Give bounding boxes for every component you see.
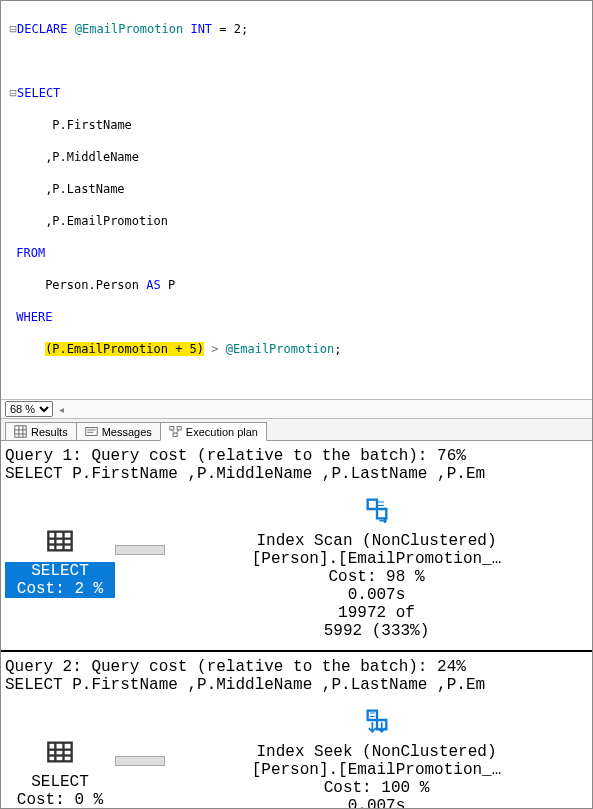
table-person: Person.Person xyxy=(45,278,146,292)
plan-title: Query 2: Query cost (relative to the bat… xyxy=(5,658,588,676)
plan-query-1: Query 1: Query cost (relative to the bat… xyxy=(1,441,592,652)
sql-variable: @EmailPromotion xyxy=(226,342,334,356)
op-object: [Person].[EmailPromotion_… xyxy=(165,761,588,779)
svg-rect-10 xyxy=(173,433,177,436)
keyword-as: AS xyxy=(146,278,160,292)
op-rows-actual: 19972 of xyxy=(165,604,588,622)
plan-arrow-icon xyxy=(115,756,165,766)
tab-execution-plan[interactable]: Execution plan xyxy=(160,422,267,441)
col-middlename: ,P.MiddleName xyxy=(45,150,139,164)
keyword-declare: DECLARE xyxy=(17,22,68,36)
svg-rect-9 xyxy=(177,427,181,430)
op-rows-estimate: 5992 (333%) xyxy=(165,622,588,640)
table-icon xyxy=(46,527,74,555)
op-object: [Person].[EmailPromotion_… xyxy=(165,550,588,568)
plan-query-2: Query 2: Query cost (relative to the bat… xyxy=(1,652,592,809)
op-time: 0.007s xyxy=(165,586,588,604)
keyword-select: SELECT xyxy=(17,86,60,100)
highlight-expr-1: (P.EmailPromotion + 5) xyxy=(45,342,204,356)
semicolon: ; xyxy=(334,342,341,356)
plan-arrow-icon xyxy=(115,545,165,555)
svg-rect-8 xyxy=(170,427,174,430)
plan-select-node[interactable]: SELECT Cost: 0 % xyxy=(5,738,115,809)
grid-icon xyxy=(14,425,27,438)
tab-messages[interactable]: Messages xyxy=(76,422,161,440)
zoom-toolbar: 68 % ◂ xyxy=(1,399,592,419)
table-icon xyxy=(46,738,74,766)
zoom-select[interactable]: 68 % xyxy=(5,401,53,417)
col-emailpromotion: ,P.EmailPromotion xyxy=(45,214,168,228)
message-icon xyxy=(85,425,98,438)
op-cost: Cost: 98 % xyxy=(165,568,588,586)
svg-line-11 xyxy=(171,430,174,433)
type-int: INT xyxy=(190,22,212,36)
svg-rect-18 xyxy=(48,743,71,762)
col-lastname: ,P.LastName xyxy=(45,182,124,196)
keyword-from: FROM xyxy=(16,246,45,260)
plan-index-scan-node[interactable]: Index Scan (NonClustered) [Person].[Emai… xyxy=(165,495,588,640)
tab-label: Execution plan xyxy=(186,426,258,438)
tab-label: Messages xyxy=(102,426,152,438)
op-name: Index Scan (NonClustered) xyxy=(165,532,588,550)
execution-plan-pane[interactable]: Query 1: Query cost (relative to the bat… xyxy=(1,441,592,809)
svg-line-12 xyxy=(176,430,178,433)
plan-title: Query 1: Query cost (relative to the bat… xyxy=(5,447,588,465)
select-label: SELECT xyxy=(5,773,115,791)
plan-icon xyxy=(169,425,182,438)
select-cost: Cost: 2 % xyxy=(5,580,115,598)
alias-p: P xyxy=(161,278,175,292)
op-time: 0.007s xyxy=(165,797,588,809)
operator-gt: > xyxy=(204,342,226,356)
select-cost: Cost: 0 % xyxy=(5,791,115,809)
tab-results[interactable]: Results xyxy=(5,422,77,440)
svg-rect-0 xyxy=(15,426,26,437)
index-seek-icon xyxy=(363,706,391,734)
scroll-arrow-icon[interactable]: ◂ xyxy=(57,404,66,415)
plan-index-seek-node[interactable]: Index Seek (NonClustered) [Person].[Emai… xyxy=(165,706,588,809)
tab-label: Results xyxy=(31,426,68,438)
plan-select-node[interactable]: SELECT Cost: 2 % xyxy=(5,527,115,598)
plan-sql: SELECT P.FirstName ,P.MiddleName ,P.Last… xyxy=(5,465,588,483)
result-tabs: Results Messages Execution plan xyxy=(1,419,592,441)
svg-rect-5 xyxy=(86,427,97,435)
op-cost: Cost: 100 % xyxy=(165,779,588,797)
op-name: Index Seek (NonClustered) xyxy=(165,743,588,761)
svg-rect-13 xyxy=(48,532,71,551)
plan-sql: SELECT P.FirstName ,P.MiddleName ,P.Last… xyxy=(5,676,588,694)
col-firstname: P.FirstName xyxy=(52,118,131,132)
sql-variable: @EmailPromotion xyxy=(75,22,183,36)
select-label: SELECT xyxy=(5,562,115,580)
keyword-where: WHERE xyxy=(16,310,52,324)
index-scan-icon xyxy=(363,495,391,523)
sql-editor[interactable]: ⊟DECLARE @EmailPromotion INT = 2; ⊟SELEC… xyxy=(1,1,592,399)
literal: = 2; xyxy=(219,22,248,36)
